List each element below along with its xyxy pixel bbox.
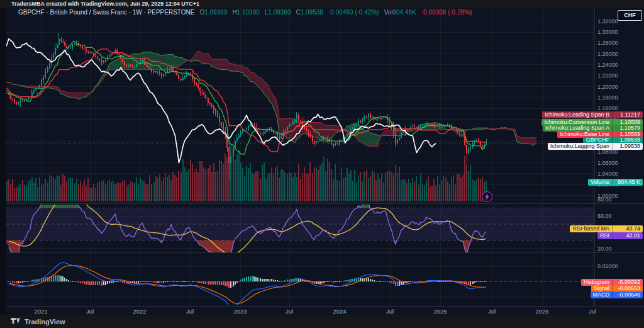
watermark-text[interactable]: TradingView xyxy=(25,318,65,325)
chart-canvas[interactable] xyxy=(0,0,644,328)
change-value: -0.00460 (-0.42%) xyxy=(328,9,379,16)
volume-change-value: -0.00308 (-0.28%) xyxy=(421,9,472,16)
footer-bar: TradingView xyxy=(0,315,644,328)
quick-trade-lightning-button[interactable] xyxy=(482,191,492,202)
open-value: O1.09369 xyxy=(199,9,227,16)
low-value: L1.09360 xyxy=(265,9,291,16)
attribution-bar: TradersMBA created with TradingView.com,… xyxy=(0,0,644,8)
close-value: C1.09538 xyxy=(296,9,323,16)
tradingview-logo-icon xyxy=(11,318,21,325)
tradingview-chart-window: TradersMBA created with TradingView.com,… xyxy=(0,0,644,328)
volume-value: Vol904.45K xyxy=(384,9,416,16)
high-value: H1.10390 xyxy=(232,9,259,16)
symbol-title[interactable]: GBPCHF - British Pound / Swiss Franc - 1… xyxy=(18,9,194,16)
lightning-icon xyxy=(484,193,490,200)
symbol-legend: GBPCHF - British Pound / Swiss Franc - 1… xyxy=(18,9,472,16)
attribution-text: TradersMBA created with TradingView.com,… xyxy=(11,1,199,7)
currency-axis-button[interactable]: CHF xyxy=(618,10,642,21)
left-margin-strip xyxy=(0,8,6,315)
